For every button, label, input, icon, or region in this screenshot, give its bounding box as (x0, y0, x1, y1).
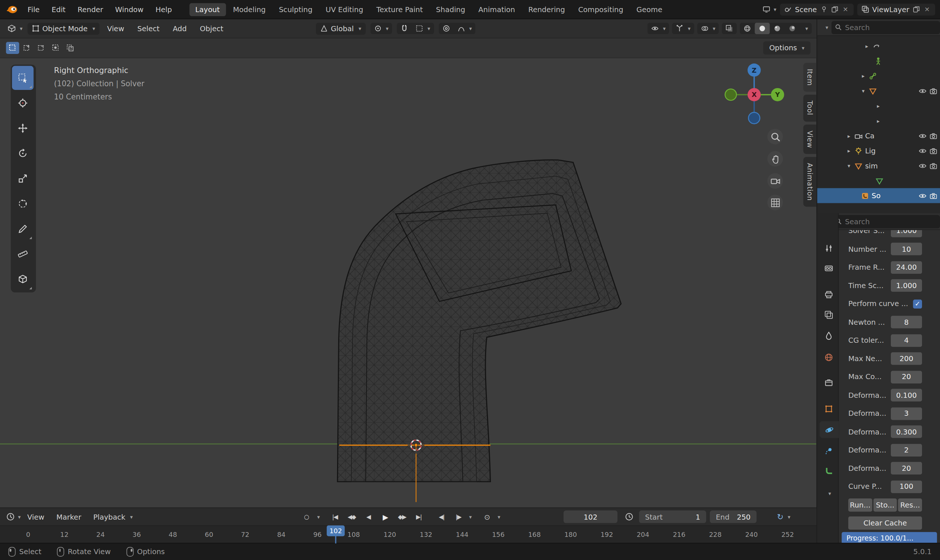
tab-view[interactable]: View (803, 125, 817, 154)
viewlayer-selector[interactable]: ViewLayer × (857, 3, 935, 15)
mode-selector[interactable]: Object Mode ▾ (27, 22, 99, 34)
value-field[interactable]: 200 (891, 352, 922, 365)
property-row[interactable]: CG toler... 4 (848, 331, 922, 350)
clear-cache-button[interactable]: Clear Cache (848, 516, 922, 529)
editor-type-selector[interactable]: ▾ (5, 24, 25, 33)
jump-to-start-button[interactable]: |◀ (327, 512, 342, 521)
menu-add[interactable]: Add (168, 19, 192, 38)
tab-animation[interactable]: Animation (803, 157, 817, 207)
property-row[interactable]: Solver S... 1.000 (848, 230, 922, 240)
timeline-menu-view[interactable]: View (22, 513, 50, 521)
timeline-menu-marker[interactable]: Marker (51, 513, 87, 521)
value-field[interactable]: 20 (891, 462, 922, 474)
scene-selector[interactable]: Scene × (780, 3, 854, 15)
workspace-tab-geometry-nodes[interactable]: Geome (630, 3, 668, 16)
chevron-right-icon[interactable]: ▸ (875, 103, 881, 109)
render-visibility-icon[interactable] (929, 131, 938, 140)
copy-icon[interactable] (912, 6, 920, 13)
render-visibility-icon[interactable] (929, 162, 938, 170)
tab-tool-properties[interactable] (819, 240, 839, 257)
gizmo-y-neg-axis[interactable] (725, 89, 737, 100)
tab-output-properties[interactable] (819, 286, 839, 303)
workspace-tab-animation[interactable]: Animation (473, 3, 521, 16)
proportional-toggle[interactable] (439, 23, 454, 34)
workspace-tab-modeling[interactable]: Modeling (227, 3, 272, 16)
tool-cursor[interactable] (12, 91, 34, 115)
outliner-search[interactable] (831, 20, 940, 34)
eye-icon[interactable] (918, 146, 927, 155)
camera-view-button[interactable] (767, 173, 783, 189)
copy-icon[interactable] (831, 6, 838, 13)
tab-object-properties[interactable] (819, 400, 839, 417)
frame-forward-button[interactable]: |▶ (450, 512, 466, 521)
tab-scene-properties[interactable] (819, 327, 839, 344)
next-keyframe-button[interactable]: ◆▶ (394, 512, 410, 521)
run-button[interactable]: Run... (848, 498, 872, 512)
value-field[interactable]: 2 (891, 444, 922, 456)
workspace-tab-uv-editing[interactable]: UV Editing (320, 3, 369, 16)
play-reverse-button[interactable]: ◀ (361, 512, 376, 521)
current-frame-field[interactable]: 102 (564, 511, 618, 523)
render-visibility-icon[interactable] (929, 146, 938, 155)
property-row[interactable]: Time Sc... 1.000 (848, 276, 922, 295)
grid-toggle-button[interactable] (767, 195, 783, 210)
chevron-right-icon[interactable]: ▸ (846, 148, 852, 153)
select-mode-set[interactable] (6, 42, 19, 54)
orientation-gizmo[interactable]: Z Y X (725, 63, 784, 124)
outliner-row-light[interactable]: ▸ Lig (817, 143, 940, 158)
close-icon[interactable]: × (841, 6, 850, 13)
select-mode-intersect[interactable] (63, 42, 77, 54)
stop-button[interactable]: Sto... (873, 498, 897, 512)
property-row[interactable]: Frame R... 24.00 (848, 258, 922, 277)
value-field[interactable]: 0.100 (891, 389, 922, 402)
value-field[interactable]: 20 (891, 371, 922, 383)
gizmo-z-neg-axis[interactable] (748, 112, 760, 124)
eye-icon[interactable] (918, 162, 927, 170)
tab-item[interactable]: Item (803, 63, 817, 92)
menu-help[interactable]: Help (149, 0, 178, 19)
timeline-editor-icon[interactable] (6, 512, 15, 521)
tool-scale[interactable] (12, 167, 34, 191)
outliner-row[interactable]: ▸ (817, 98, 940, 113)
viewport-canvas[interactable]: Z Y X (0, 58, 817, 507)
chevron-right-icon[interactable]: ▸ (864, 43, 870, 49)
pivot-point-selector[interactable]: ▾ (370, 23, 392, 34)
outliner-row[interactable]: ▸ (817, 113, 940, 128)
property-row[interactable]: Deforma... 0.100 (848, 386, 922, 405)
menu-file[interactable]: File (22, 0, 46, 19)
value-field[interactable]: 1.000 (891, 279, 922, 292)
jump-to-end-button[interactable]: ▶| (411, 512, 426, 521)
tool-annotate[interactable] (12, 217, 34, 241)
property-row-checkbox[interactable]: Perform curve ... ✓ (848, 295, 922, 313)
properties-tabs-overflow[interactable]: ▾ (819, 485, 839, 502)
frame-back-button[interactable]: ◀| (434, 512, 449, 521)
property-row[interactable]: Number ... 10 (848, 240, 922, 258)
property-row[interactable]: Max Co... 20 (848, 368, 922, 386)
gizmos-dropdown[interactable]: ▾ (672, 23, 694, 34)
render-visibility-icon[interactable] (929, 87, 938, 95)
render-visibility-icon[interactable] (929, 192, 938, 200)
overlays-dropdown[interactable]: ▾ (697, 23, 719, 34)
tab-physics-properties[interactable] (820, 421, 839, 438)
end-frame-field[interactable]: End 250 (710, 511, 757, 523)
shading-wireframe-button[interactable] (740, 23, 755, 34)
tab-constraints-properties[interactable] (819, 442, 839, 459)
menu-render[interactable]: Render (72, 0, 109, 19)
select-mode-invert[interactable] (49, 42, 62, 54)
outliner-row[interactable]: ▾ (817, 83, 940, 98)
transform-orientation-selector[interactable]: Global ▾ (316, 22, 365, 34)
tab-tool[interactable]: Tool (803, 95, 817, 121)
outliner-row-mesh-data[interactable] (817, 173, 940, 188)
workspace-tab-shading[interactable]: Shading (430, 3, 471, 16)
tab-data-properties[interactable] (819, 462, 839, 479)
property-row[interactable]: Deforma... 3 (848, 405, 922, 423)
tab-collection-properties[interactable] (819, 374, 839, 391)
select-mode-extend[interactable] (20, 42, 34, 54)
value-field[interactable]: 4 (891, 334, 922, 347)
3d-viewport[interactable]: Z Y X Right Orthographic (102) Collectio… (0, 58, 817, 507)
snap-toggle[interactable] (397, 23, 412, 34)
snap-target-selector[interactable]: ▾ (412, 23, 434, 34)
tool-rotate[interactable] (12, 141, 34, 165)
chevron-down-icon[interactable]: ▾ (846, 163, 852, 168)
tool-transform[interactable] (12, 192, 34, 215)
